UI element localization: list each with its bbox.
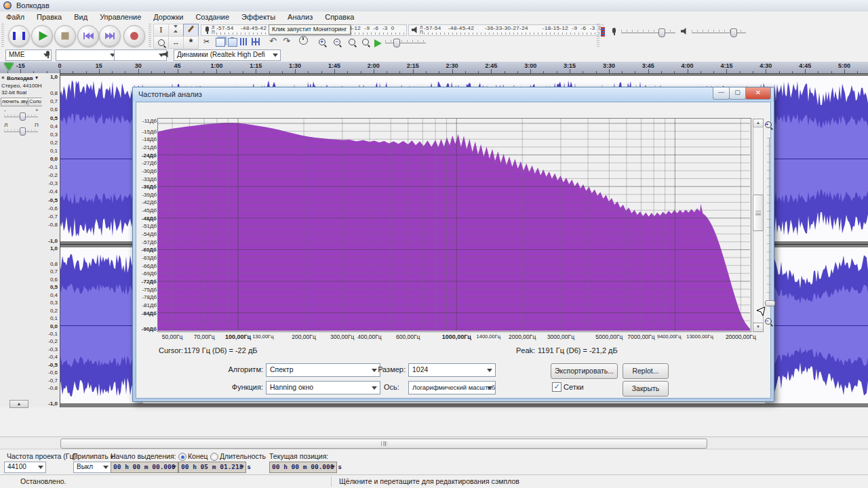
silence-button[interactable] xyxy=(252,38,260,45)
solo-button[interactable]: Соло xyxy=(28,98,43,106)
algorithm-select[interactable]: Спектр xyxy=(266,363,380,377)
paste-button[interactable] xyxy=(228,38,237,47)
grids-checkbox[interactable]: ✓ xyxy=(552,382,561,392)
close-window-button[interactable]: ✕ xyxy=(745,87,771,100)
track-menu-arrow[interactable]: ▾ xyxy=(35,75,38,81)
function-select[interactable]: Hanning окно xyxy=(266,381,380,394)
menu-item-7[interactable]: Анализ xyxy=(281,13,319,21)
replot-button[interactable]: Replot... xyxy=(623,363,669,379)
y-axis-label: -45Дб xyxy=(137,207,157,214)
track-collapse-button[interactable]: ▲ xyxy=(9,400,28,408)
timeline-ruler[interactable]: -1501530451:001:151:301:452:002:152:302:… xyxy=(0,62,868,74)
size-select[interactable]: 1024 xyxy=(408,363,496,377)
recording-channels-select[interactable] xyxy=(114,49,167,61)
envelope-tool-button[interactable] xyxy=(168,24,184,37)
plot-zoom-out-button[interactable]: − xyxy=(765,317,774,325)
redo-button[interactable]: ↷ xyxy=(279,36,294,47)
horizontal-scrollbar-thumb[interactable] xyxy=(60,439,707,449)
fit-project-button[interactable] xyxy=(358,36,372,47)
zoom-slider-thumb[interactable] xyxy=(765,300,775,306)
project-rate-select[interactable]: 44100 xyxy=(4,462,46,473)
toolbar-grip[interactable] xyxy=(1,24,4,47)
toolbar-grip[interactable] xyxy=(597,24,599,47)
export-button[interactable]: Экспортировать... xyxy=(551,363,618,379)
grids-label[interactable]: Сетки xyxy=(564,383,584,391)
copy-button[interactable] xyxy=(216,38,225,47)
mute-button[interactable]: лючить зву xyxy=(1,98,29,106)
track-name[interactable]: Волкодав xyxy=(7,75,33,81)
menu-item-8[interactable]: Справка xyxy=(319,13,360,21)
recording-volume-slider[interactable] xyxy=(621,27,675,35)
menu-item-2[interactable]: Вид xyxy=(68,13,94,21)
gain-slider-thumb[interactable] xyxy=(20,113,26,121)
zoom-in-button[interactable]: + xyxy=(315,36,329,47)
pan-slider[interactable] xyxy=(4,127,38,134)
timeshift-tool-button[interactable]: ↔ xyxy=(168,36,184,49)
track-ruler-label: 0,7 xyxy=(50,268,58,274)
menu-item-3[interactable]: Управление xyxy=(94,13,147,21)
fit-selection-button[interactable] xyxy=(344,36,359,47)
zoom-slider-track[interactable] xyxy=(769,138,770,307)
zoom-tool-button[interactable] xyxy=(153,36,169,49)
maximize-button[interactable]: ▢ xyxy=(729,87,746,100)
snap-select[interactable]: Выкл xyxy=(73,462,111,473)
menu-item-6[interactable]: Эффекты xyxy=(235,13,281,21)
menu-item-1[interactable]: Правка xyxy=(31,13,68,21)
toolbar-grip[interactable] xyxy=(149,24,151,47)
plot-scrollbar-thumb[interactable] xyxy=(753,195,764,231)
menu-item-0[interactable]: Файл xyxy=(0,13,31,21)
selection-end-field[interactable]: 00 h 05 m 01.218 s xyxy=(178,462,246,473)
status-divider xyxy=(331,476,332,487)
audio-host-select[interactable]: MME xyxy=(5,49,52,61)
selection-start-label: Начало выделения: xyxy=(111,452,176,460)
radio-length-label[interactable]: Длительность xyxy=(220,452,266,460)
undo-button[interactable]: ↶ xyxy=(266,36,280,47)
playback-volume-thumb[interactable] xyxy=(730,28,737,37)
pan-slider-thumb[interactable] xyxy=(20,127,26,136)
cut-button[interactable]: ✂ xyxy=(199,36,214,47)
recording-device-select[interactable] xyxy=(56,49,118,61)
zoom-out-button[interactable]: − xyxy=(330,36,344,47)
radio-end-label[interactable]: Конец xyxy=(188,452,208,460)
skip-start-button[interactable] xyxy=(77,25,99,47)
stop-button[interactable] xyxy=(54,25,76,47)
speed-slider-thumb[interactable] xyxy=(393,39,400,47)
track-vertical-ruler[interactable]: 1,00,80,70,60,50,40,30,20,10,0-0,1-0,2-0… xyxy=(42,73,60,407)
timeline-pin-icon[interactable] xyxy=(4,63,14,70)
multi-tool-button[interactable]: * xyxy=(183,36,199,49)
timer-button[interactable] xyxy=(296,36,311,47)
radio-end[interactable] xyxy=(178,453,186,461)
axis-select[interactable]: Логарифмический масштаб xyxy=(408,381,496,394)
selection-tool-button[interactable]: I xyxy=(153,24,169,37)
scroll-down-button[interactable]: ▼ xyxy=(753,323,764,332)
playback-volume-slider[interactable] xyxy=(692,27,746,35)
selection-start-field[interactable]: 00 h 00 m 00.000 s xyxy=(111,462,178,473)
playback-meter[interactable]: Л П -57-54 -48-45-42 -36-33-30-27-24 -18… xyxy=(408,24,604,36)
pause-button[interactable] xyxy=(8,25,30,47)
dialog-close-button[interactable]: Закрыть xyxy=(623,381,669,396)
window-titlebar[interactable]: Волкодав xyxy=(0,0,868,12)
record-button[interactable] xyxy=(123,25,145,47)
audio-position-field[interactable]: 00 h 00 m 00.000 s xyxy=(269,462,337,473)
trim-button[interactable] xyxy=(240,38,248,45)
track-ruler-label: -0,6 xyxy=(48,369,58,375)
spectrum-plot[interactable] xyxy=(158,119,750,331)
horizontal-scrollbar[interactable] xyxy=(0,436,868,449)
gain-slider[interactable] xyxy=(4,113,38,119)
playback-device-select[interactable]: Динамики (Realtek High Defi xyxy=(174,49,281,61)
track-close-button[interactable]: × xyxy=(1,75,5,81)
menu-item-5[interactable]: Создание xyxy=(189,13,235,21)
play-at-speed-button[interactable] xyxy=(374,39,382,47)
minimize-button[interactable]: — xyxy=(713,87,730,100)
track-ruler-label: -0,4 xyxy=(48,354,58,360)
track-ruler-label: 0,3 xyxy=(50,300,58,306)
recording-volume-thumb[interactable] xyxy=(658,28,665,37)
draw-tool-button[interactable] xyxy=(183,24,199,37)
play-button[interactable] xyxy=(31,25,53,47)
radio-length[interactable] xyxy=(210,453,218,461)
dialog-titlebar[interactable]: Частотный анализ xyxy=(133,87,774,102)
menu-item-4[interactable]: Дорожки xyxy=(147,13,189,21)
skip-end-button[interactable] xyxy=(99,25,121,47)
playback-speed-slider[interactable] xyxy=(385,37,426,45)
plot-zoom-in-button[interactable]: + xyxy=(765,120,774,129)
